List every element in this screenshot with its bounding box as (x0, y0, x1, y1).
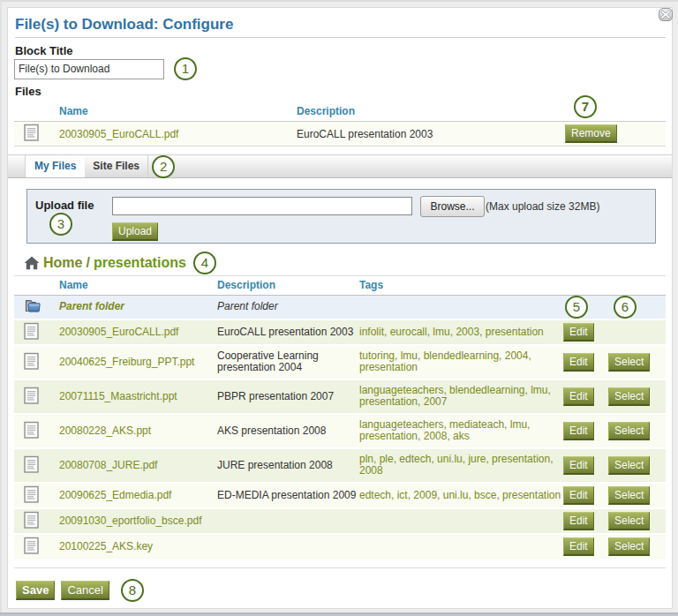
select-button[interactable]: Select (608, 456, 650, 475)
file-icon (24, 322, 39, 340)
remove-button[interactable]: Remove (565, 124, 617, 143)
tab-my-files[interactable]: My Files (25, 155, 85, 177)
callout-2: 2 (152, 155, 175, 178)
file-tags: edtech, ict, 2009, uni.lu, bsce, present… (359, 489, 561, 501)
breadcrumb-home-link[interactable]: Home (43, 255, 82, 271)
save-button[interactable]: Save (16, 581, 55, 600)
dialog-title: File(s) to Download: Configure (15, 16, 666, 33)
file-icon (24, 485, 39, 503)
selected-file-name-link[interactable]: 20030905_EuroCALL.pdf (59, 128, 178, 140)
dialog-footer: Save Cancel 8 (16, 579, 666, 602)
file-row: 20080708_JURE.pdf JURE presentation 2008… (14, 448, 666, 483)
file-row: 20071115_Maastricht.ppt PBPR presentatio… (14, 379, 666, 414)
selected-files-table: Name Description 7 20030905_EuroCALL.pdf… (14, 101, 666, 146)
folder-icon (24, 298, 41, 313)
edit-button[interactable]: Edit (563, 537, 594, 556)
file-name-link[interactable]: 20091030_eportfolio_bsce.pdf (59, 515, 201, 527)
file-row: 20030905_EuroCALL.pdf EuroCALL presentat… (14, 319, 666, 345)
file-icon (24, 421, 39, 439)
browser-col-spacer (14, 276, 59, 296)
file-name-link[interactable]: 20090625_Edmedia.pdf (59, 489, 171, 501)
configure-dialog: File(s) to Download: Configure Block Tit… (7, 7, 673, 609)
file-tags: languageteachers, mediateach, lmu, prese… (359, 418, 530, 442)
callout-7: 7 (574, 95, 597, 118)
select-button[interactable]: Select (608, 387, 650, 406)
file-name-link[interactable]: 20080228_AKS.ppt (59, 424, 151, 437)
file-row: 20091030_eportfolio_bsce.pdf Edit Select (14, 508, 666, 534)
browser-col-description: Description (217, 276, 359, 296)
file-tags: infolit, eurocall, lmu, 2003, presentati… (359, 326, 544, 338)
callout-5: 5 (565, 296, 588, 319)
file-name-link[interactable]: 20080708_JURE.pdf (59, 459, 157, 471)
callout-8: 8 (121, 579, 144, 602)
files-heading: Files (15, 85, 666, 99)
browser-col-edit (563, 276, 608, 296)
select-button[interactable]: Select (608, 353, 650, 372)
page-frame-left (0, 0, 2, 616)
file-tags: languageteachers, blendedlearning, lmu, … (359, 384, 551, 408)
file-description: JURE presentation 2008 (217, 459, 333, 471)
table-end-divider (14, 567, 666, 568)
selected-file-description: EuroCALL presentation 2003 (297, 128, 433, 140)
edit-button[interactable]: Edit (563, 486, 594, 505)
parent-folder-description: Parent folder (217, 300, 278, 312)
files-col-description: Description (297, 101, 565, 122)
upload-file-label: Upload file (35, 199, 94, 212)
block-title-input[interactable] (14, 59, 164, 79)
parent-folder-row[interactable]: Parent folder Parent folder 5 6 (14, 296, 666, 320)
select-button[interactable]: Select (608, 422, 650, 440)
callout-3: 3 (49, 213, 72, 236)
folder-breadcrumb: Home / presentations 4 (24, 254, 666, 271)
cancel-button[interactable]: Cancel (61, 581, 109, 600)
callout-1: 1 (174, 57, 197, 80)
upload-panel: Upload file 3 Browse... (Max upload size… (26, 189, 656, 244)
edit-button[interactable]: Edit (563, 422, 594, 440)
file-description: ED-MEDIA presentation 2009 (217, 489, 356, 501)
breadcrumb-current-folder[interactable]: presentations (94, 255, 186, 271)
edit-button[interactable]: Edit (563, 353, 594, 372)
tab-site-files[interactable]: Site Files (85, 155, 148, 177)
select-button[interactable]: Select (608, 512, 650, 530)
file-icon (24, 352, 39, 370)
file-icon (24, 124, 39, 141)
home-icon (24, 256, 40, 270)
select-button[interactable]: Select (608, 486, 650, 505)
edit-button[interactable]: Edit (563, 456, 594, 475)
page-frame-top (0, 0, 678, 2)
browser-col-name: Name (59, 276, 217, 296)
parent-folder-link[interactable]: Parent folder (59, 300, 124, 312)
file-source-tabs: My Files Site Files 2 (8, 154, 672, 178)
file-icon (24, 537, 39, 554)
browse-button[interactable]: Browse... (420, 196, 485, 217)
files-col-spacer (14, 101, 59, 122)
file-description: Cooperative Learning presentation 2004 (217, 349, 319, 373)
block-title-label: Block Title (15, 44, 666, 57)
upload-button[interactable]: Upload (112, 222, 158, 241)
file-row: 20080228_AKS.ppt AKS presentation 2008 l… (14, 414, 666, 448)
callout-4: 4 (193, 252, 216, 274)
select-button[interactable]: Select (608, 537, 650, 556)
file-name-link[interactable]: 20030905_EuroCALL.pdf (59, 326, 178, 338)
browser-col-tags: Tags (359, 276, 563, 296)
edit-button[interactable]: Edit (563, 512, 594, 530)
edit-button[interactable]: Edit (563, 323, 594, 342)
file-name-link[interactable]: 20100225_AKS.key (59, 540, 153, 552)
selected-file-row: 20030905_EuroCALL.pdf EuroCALL presentat… (14, 122, 666, 146)
file-icon (24, 511, 39, 529)
file-description: PBPR presentation 2007 (217, 390, 334, 402)
file-row: 20090625_Edmedia.pdf ED-MEDIA presentati… (14, 483, 666, 508)
breadcrumb-separator: / (86, 255, 89, 271)
browser-col-select (608, 276, 666, 296)
file-name-link[interactable]: 20040625_Freiburg_PPT.ppt (59, 356, 194, 368)
max-upload-note: (Max upload size 32MB) (486, 200, 599, 213)
file-row: 20100225_AKS.key Edit Select (14, 534, 666, 560)
files-col-name: Name (59, 101, 297, 122)
callout-6: 6 (614, 296, 637, 319)
file-tags: pln, ple, edtech, uni.lu, jure, presenta… (359, 453, 553, 477)
file-description: AKS presentation 2008 (217, 424, 326, 437)
upload-file-input[interactable] (112, 197, 412, 215)
edit-button[interactable]: Edit (563, 387, 594, 406)
file-row: 20040625_Freiburg_PPT.ppt Cooperative Le… (14, 345, 666, 379)
title-divider (15, 37, 666, 38)
file-name-link[interactable]: 20071115_Maastricht.ppt (59, 390, 177, 402)
